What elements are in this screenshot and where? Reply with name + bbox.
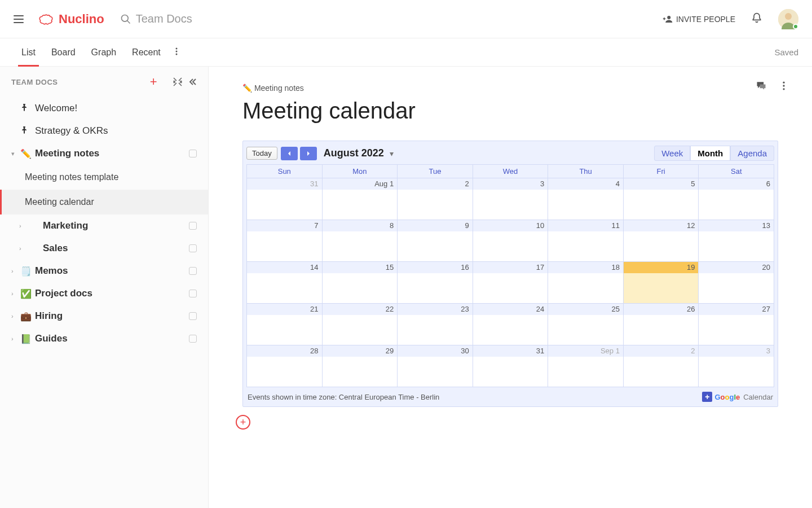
day-cell[interactable]: 30 [397,345,473,387]
checkbox-icon[interactable] [189,244,197,252]
day-cell[interactable]: 3 [698,345,774,387]
add-block-button[interactable]: + [236,415,250,430]
svg-line-1 [127,20,130,23]
chevron-right-icon [306,151,311,156]
tab-list[interactable]: List [14,38,43,67]
comments-icon[interactable] [756,80,767,91]
day-cell[interactable]: 29 [322,345,398,387]
day-cell[interactable]: 5 [623,178,699,220]
month-picker-button[interactable]: ▾ [390,149,394,158]
add-item-button[interactable]: + [150,75,157,89]
notifications-button[interactable] [751,12,762,26]
svg-point-8 [783,82,784,84]
tab-board[interactable]: Board [43,38,83,67]
tab-graph[interactable]: Graph [83,38,124,67]
day-cell[interactable]: 27 [698,303,774,345]
day-cell[interactable]: 28 [247,345,322,387]
page-title[interactable]: Meeting calendar [242,98,778,124]
day-cell[interactable]: 12 [623,220,699,261]
day-cell[interactable]: Sep 1 [548,345,623,387]
google-calendar-link[interactable]: + Google Calendar [702,392,773,402]
prev-month-button[interactable] [281,147,298,160]
doc-main: ✏️ Meeting notes Meeting calendar Today … [209,67,812,508]
sidebar-item[interactable]: ›💼Hiring [0,305,208,327]
next-month-button[interactable] [300,147,317,160]
checkbox-icon[interactable] [189,290,197,297]
day-cell[interactable]: 7 [247,220,322,261]
checkbox-icon[interactable] [189,312,197,320]
day-number: 27 [699,304,774,315]
week-row: 31Aug 123456 [247,178,774,220]
user-avatar[interactable] [778,9,798,29]
day-number: 29 [323,345,398,357]
sidebar-item[interactable]: ›🗒️Memos [0,260,208,282]
day-cell[interactable]: 23 [397,303,473,345]
calendar-month-title: August 2022 [324,147,384,159]
day-cell[interactable]: 13 [698,220,774,261]
day-number: 22 [323,304,398,315]
day-cell[interactable]: 19 [623,261,699,303]
day-cell[interactable]: 20 [698,261,774,303]
more-vertical-icon[interactable] [778,80,789,91]
menu-icon[interactable] [14,12,27,26]
calendar-view-week[interactable]: Week [654,146,690,161]
day-cell[interactable]: 31 [247,178,322,220]
sidebar-item[interactable]: ›Sales [0,237,208,260]
day-cell[interactable]: 21 [247,303,322,345]
sidebar-item[interactable]: ›📗Guides [0,327,208,350]
svg-point-6 [175,51,177,52]
breadcrumb[interactable]: ✏️ Meeting notes [242,84,778,93]
expand-icon[interactable] [173,77,182,86]
day-cell[interactable]: 15 [322,261,398,303]
day-cell[interactable]: 2 [397,178,473,220]
sidebar-item[interactable]: ▾✏️Meeting notes [0,142,208,165]
dow-label: Tue [397,165,473,178]
more-vertical-icon [172,47,181,56]
day-cell[interactable]: 6 [698,178,774,220]
today-button[interactable]: Today [246,147,277,160]
day-cell[interactable]: 31 [473,345,548,387]
brand-logo[interactable]: Nuclino [38,12,104,27]
day-number: 7 [247,220,322,231]
day-cell[interactable]: 4 [548,178,623,220]
day-cell[interactable]: 22 [322,303,398,345]
day-cell[interactable]: Aug 1 [322,178,398,220]
calendar-view-month[interactable]: Month [690,146,730,161]
calendar-view-agenda[interactable]: Agenda [730,146,774,161]
day-cell[interactable]: 3 [473,178,548,220]
day-cell[interactable]: 10 [473,220,548,261]
search-box[interactable]: Team Docs [120,12,663,25]
sidebar-item[interactable]: Welcome! [0,97,208,120]
collapse-sidebar-icon[interactable] [188,77,197,86]
day-cell[interactable]: 11 [548,220,623,261]
dow-label: Sun [247,165,322,178]
sidebar-child-item[interactable]: Meeting calendar [0,190,208,214]
day-cell[interactable]: 26 [623,303,699,345]
day-cell[interactable]: 9 [397,220,473,261]
checkbox-icon[interactable] [189,222,197,230]
day-cell[interactable]: 25 [548,303,623,345]
day-cell[interactable]: 16 [397,261,473,303]
tab-recent[interactable]: Recent [124,38,169,67]
day-cell[interactable]: 14 [247,261,322,303]
day-cell[interactable]: 2 [623,345,699,387]
checkbox-icon[interactable] [189,150,197,157]
day-number: 9 [398,220,473,231]
day-number: 20 [699,262,774,273]
calendar-footer: Events shown in time zone: Central Europ… [246,387,774,403]
day-number: 2 [624,345,699,357]
sidebar-item[interactable]: ›Marketing [0,214,208,237]
sidebar-item[interactable]: Strategy & OKRs [0,120,208,142]
day-cell[interactable]: 8 [322,220,398,261]
checkbox-icon[interactable] [189,267,197,275]
tabs-more-button[interactable] [172,47,181,58]
day-cell[interactable]: 18 [548,261,623,303]
sidebar-item[interactable]: ›✅Project docs [0,282,208,305]
plus-icon: + [702,392,712,402]
svg-point-10 [783,88,784,90]
day-cell[interactable]: 24 [473,303,548,345]
day-cell[interactable]: 17 [473,261,548,303]
checkbox-icon[interactable] [189,335,197,343]
sidebar-child-item[interactable]: Meeting notes template [0,165,208,190]
invite-people-button[interactable]: INVITE PEOPLE [663,14,735,24]
